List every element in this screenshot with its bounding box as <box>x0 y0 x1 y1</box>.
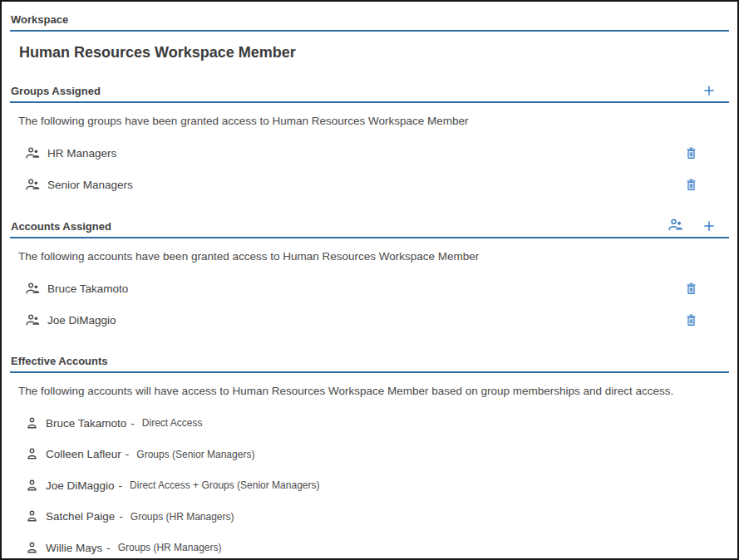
groups-assigned-list: HR Managers Senior Managers <box>10 128 729 193</box>
page-title: Human Resources Workspace Member <box>19 42 729 62</box>
effective-account-name: Satchel Paige <box>46 510 115 523</box>
account-row: Bruce Takamoto <box>25 280 698 297</box>
groups-assigned-label: Groups Assigned <box>11 84 101 98</box>
trash-icon <box>684 178 698 192</box>
effective-accounts-header: Effective Accounts <box>10 354 729 373</box>
trash-icon <box>684 282 698 296</box>
group-name: Senior Managers <box>47 179 133 191</box>
effective-account-name: Willie Mays <box>46 542 102 554</box>
account-name: Joe DiMaggio <box>47 314 116 327</box>
workspace-section-header: Workspace <box>10 12 729 32</box>
person-icon <box>25 479 39 493</box>
access-separator: - <box>119 479 123 492</box>
group-icon <box>25 312 41 328</box>
group-name: HR Managers <box>47 147 116 160</box>
groups-header-actions <box>702 83 729 98</box>
delete-group-button[interactable] <box>684 146 698 160</box>
workspace-label: Workspace <box>11 12 68 27</box>
trash-icon <box>684 146 698 160</box>
effective-accounts-label: Effective Accounts <box>11 354 108 368</box>
access-separator: - <box>126 448 130 460</box>
effective-account-name: Colleen Lafleur <box>46 448 121 460</box>
add-group-button[interactable] <box>702 83 717 98</box>
add-account-button[interactable] <box>702 219 717 233</box>
group-icon <box>25 177 41 193</box>
effective-account-row: Satchel Paige - Groups (HR Managers) <box>25 508 729 525</box>
person-icon <box>25 541 39 555</box>
person-icon <box>25 509 39 523</box>
people-icon <box>668 217 684 233</box>
accounts-assigned-list: Bruce Takamoto Joe DiMaggio <box>10 263 729 328</box>
trash-icon <box>684 313 698 327</box>
assign-group-accounts-button[interactable] <box>668 217 684 233</box>
effective-account-row: Joe DiMaggio - Direct Access + Groups (S… <box>25 477 729 494</box>
effective-account-name: Joe DiMaggio <box>46 479 115 492</box>
access-separator: - <box>119 510 123 523</box>
access-separator: - <box>106 542 111 554</box>
group-icon <box>25 281 41 297</box>
effective-accounts-list: Bruce Takamoto - Direct Access Colleen L… <box>10 398 729 556</box>
accounts-assigned-header: Accounts Assigned <box>10 217 729 238</box>
groups-assigned-description: The following groups have been granted a… <box>18 114 729 128</box>
group-icon <box>25 145 41 161</box>
group-row: HR Managers <box>25 145 698 161</box>
person-icon <box>25 416 39 430</box>
accounts-header-actions <box>668 217 729 233</box>
access-type: Groups (Senior Managers) <box>136 449 254 460</box>
access-type: Direct Access <box>142 417 203 429</box>
access-type: Groups (HR Managers) <box>131 511 234 523</box>
effective-accounts-description: The following accounts will have access … <box>18 384 729 398</box>
plus-icon <box>702 83 717 98</box>
accounts-assigned-description: The following accounts have been granted… <box>18 249 729 263</box>
accounts-assigned-label: Accounts Assigned <box>11 219 111 233</box>
access-type: Groups (HR Managers) <box>118 542 222 553</box>
groups-assigned-header: Groups Assigned <box>10 83 729 103</box>
effective-account-row: Bruce Takamoto - Direct Access <box>25 415 729 431</box>
person-icon <box>25 447 39 461</box>
effective-account-row: Willie Mays - Groups (HR Managers) <box>25 539 729 556</box>
access-separator: - <box>131 417 135 430</box>
workspace-member-page: Workspace Human Resources Workspace Memb… <box>0 0 739 560</box>
account-row: Joe DiMaggio <box>25 312 698 328</box>
plus-icon <box>702 219 717 233</box>
delete-account-button[interactable] <box>684 313 698 327</box>
delete-account-button[interactable] <box>684 282 698 296</box>
effective-account-row: Colleen Lafleur - Groups (Senior Manager… <box>25 446 729 463</box>
account-name: Bruce Takamoto <box>47 282 128 295</box>
effective-account-name: Bruce Takamoto <box>46 417 126 430</box>
group-row: Senior Managers <box>25 176 698 193</box>
delete-group-button[interactable] <box>684 178 698 192</box>
access-type: Direct Access + Groups (Senior Managers) <box>130 479 319 491</box>
